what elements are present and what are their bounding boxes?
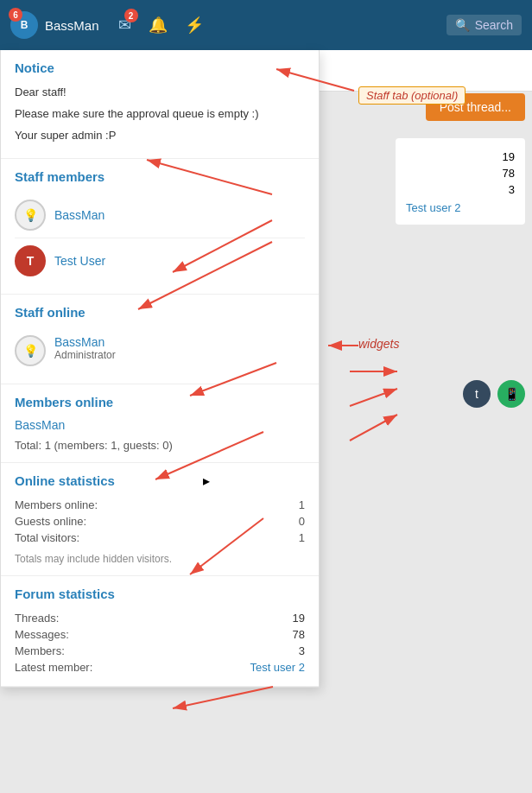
latest-member-stat: Latest member: Test user 2 — [15, 659, 305, 676]
members-total: Total: 1 (members: 1, guests: 0) — [15, 439, 305, 452]
lightning-icon: ⚡ — [185, 16, 204, 35]
online-bassman-avatar: 💡 — [15, 335, 46, 366]
bulb-icon: 💡 — [23, 208, 38, 222]
stat-members: 3 — [509, 183, 515, 196]
total-visitors-label: Total visitors: — [15, 531, 79, 544]
members-online-title: Members online — [15, 395, 305, 409]
right-stats-widget: 19 78 3 Test user 2 — [396, 138, 525, 225]
notice-content: Dear staff! Please make sure the approva… — [15, 84, 305, 144]
stats-note: Totals may include hidden visitors. — [15, 553, 305, 565]
staff-online-title: Staff online — [15, 305, 305, 320]
staff-member-testuser[interactable]: T Test User — [15, 238, 305, 283]
notice-title: Notice — [15, 60, 305, 75]
stat-threads: 19 — [503, 150, 515, 163]
notice-line2: Please make sure the approval queue is e… — [15, 105, 305, 124]
forum-statistics-title: Forum statistics — [15, 587, 305, 601]
top-nav: 6 B BassMan ✉ 2 🔔 ⚡ 🔍 Search — [0, 0, 532, 50]
stat-messages: 78 — [503, 167, 515, 180]
tumblr-icon[interactable]: t — [463, 380, 491, 408]
total-visitors-stat: Total visitors: 1 — [15, 530, 305, 546]
online-member-bassman: 💡 BassMan Administrator — [15, 328, 305, 373]
total-visitors-value: 1 — [299, 531, 305, 544]
members-label: Members: — [15, 644, 65, 657]
latest-member-link[interactable]: Test user 2 — [250, 661, 305, 674]
threads-stat: Threads: 19 — [15, 610, 305, 626]
search-label: Search — [475, 18, 513, 32]
members-online-section: Members online BassMan Total: 1 (members… — [1, 384, 319, 463]
online-statistics-section: Online statistics Members online: 1 Gues… — [1, 463, 319, 576]
staff-members-title: Staff members — [15, 169, 305, 184]
members-stat: Members: 3 — [15, 643, 305, 659]
online-statistics-title: Online statistics — [15, 473, 305, 488]
notice-section: Notice Dear staff! Please make sure the … — [1, 50, 319, 159]
notifications-button[interactable]: 🔔 — [143, 12, 173, 38]
username-label: BassMan — [45, 18, 99, 33]
notice-line3: Your super admin :P — [15, 127, 305, 145]
staff-dropdown-panel: Notice Dear staff! Please make sure the … — [0, 50, 320, 688]
stat-latest-member[interactable]: Test user 2 — [406, 201, 515, 214]
guests-online-label: Guests online: — [15, 515, 86, 528]
active-member-link[interactable]: BassMan — [15, 418, 305, 432]
online-bassman-name[interactable]: BassMan — [54, 335, 116, 349]
bassman-avatar: 💡 — [15, 200, 46, 231]
testuser-initial: T — [27, 254, 35, 268]
members-online-stat: Members online: 1 — [15, 497, 305, 513]
messages-badge: 2 — [124, 9, 138, 22]
guests-online-stat: Guests online: 0 — [15, 513, 305, 530]
testuser-name: Test User — [54, 254, 105, 268]
threads-value: 19 — [293, 612, 305, 625]
messages-label: Messages: — [15, 628, 69, 641]
online-bassman-role: Administrator — [54, 349, 116, 361]
guests-online-value: 0 — [299, 515, 305, 528]
bassman-name: BassMan — [54, 208, 104, 222]
online-bassman-info: BassMan Administrator — [54, 335, 116, 361]
staff-online-section: Staff online 💡 BassMan Administrator — [1, 295, 319, 384]
lightning-button[interactable]: ⚡ — [180, 12, 209, 38]
user-menu-trigger[interactable]: 6 B BassMan — [10, 11, 99, 39]
latest-member-label: Latest member: — [15, 661, 92, 674]
members-value: 3 — [299, 644, 305, 657]
badge-count: 6 — [9, 8, 22, 22]
threads-label: Threads: — [15, 612, 59, 625]
members-online-label: Members online: — [15, 498, 98, 511]
social-icons-area: t 📱 — [463, 380, 525, 408]
search-icon: 🔍 — [455, 18, 470, 32]
post-thread-button[interactable]: Post thread... — [426, 93, 525, 121]
online-bulb-icon: 💡 — [23, 344, 38, 358]
search-area[interactable]: 🔍 Search — [446, 15, 522, 35]
members-online-value: 1 — [299, 498, 305, 511]
staff-members-section: Staff members 💡 BassMan T Test User — [1, 159, 319, 295]
notice-line1: Dear staff! — [15, 84, 305, 102]
bell-icon: 🔔 — [149, 16, 168, 35]
messages-button[interactable]: ✉ 2 — [113, 12, 136, 38]
forum-statistics-section: Forum statistics Threads: 19 Messages: 7… — [1, 576, 319, 687]
messages-value: 78 — [293, 628, 305, 641]
staff-member-bassman[interactable]: 💡 BassMan — [15, 193, 305, 238]
messages-stat: Messages: 78 — [15, 626, 305, 643]
whatsapp-icon[interactable]: 📱 — [497, 380, 525, 408]
testuser-avatar: T — [15, 245, 46, 276]
